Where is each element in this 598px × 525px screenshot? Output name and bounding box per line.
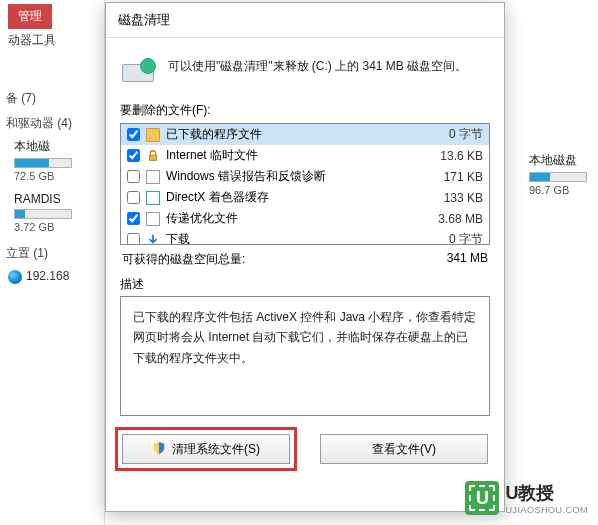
drive-tools-label: 动器工具 — [0, 29, 104, 52]
drive-usage-bar — [529, 172, 587, 182]
disk-cleanup-dialog: 磁盘清理 可以使用"磁盘清理"来释放 (C:) 上的 341 MB 磁盘空间。 … — [105, 2, 505, 512]
globe-icon — [8, 270, 22, 284]
disk-cleanup-icon — [122, 54, 158, 82]
drive-size: 3.72 GB — [14, 221, 104, 233]
drive-usage-bar — [14, 158, 72, 168]
file-size: 171 KB — [411, 170, 483, 184]
drives-section[interactable]: 和驱动器 (4) — [0, 111, 104, 136]
description-label: 描述 — [120, 276, 490, 293]
file-row[interactable]: 传递优化文件 3.68 MB — [121, 208, 489, 229]
file-row[interactable]: Windows 错误报告和反馈诊断 171 KB — [121, 166, 489, 187]
file-checkbox[interactable] — [127, 233, 140, 245]
lock-icon — [146, 149, 160, 163]
clean-button-label: 清理系统文件(S) — [172, 441, 260, 458]
file-row[interactable]: 下载 0 字节 — [121, 229, 489, 245]
watermark-url: UJIAOSHOU.COM — [505, 505, 588, 515]
file-name: 已下载的程序文件 — [166, 126, 411, 143]
drive-item[interactable]: RAMDIS 3.72 GB — [0, 190, 104, 241]
file-row[interactable]: Internet 临时文件 13.6 KB — [121, 145, 489, 166]
total-space-label: 可获得的磁盘空间总量: — [122, 251, 245, 268]
total-space-value: 341 MB — [447, 251, 488, 268]
file-checkbox[interactable] — [127, 191, 140, 204]
watermark-badge-icon: U — [465, 481, 499, 515]
location-section[interactable]: 立置 (1) — [0, 241, 104, 266]
files-listbox[interactable]: 已下载的程序文件 0 字节 Internet 临时文件 13.6 KB Wind… — [120, 123, 490, 245]
drive-item[interactable]: 本地磁盘 96.7 GB — [515, 150, 595, 204]
explorer-sidebar: 管理 动器工具 备 (7) 和驱动器 (4) 本地磁 72.5 GB RAMDI… — [0, 0, 105, 525]
download-icon — [146, 233, 160, 246]
page-icon — [146, 170, 160, 184]
svg-rect-0 — [150, 155, 157, 160]
file-checkbox[interactable] — [127, 149, 140, 162]
drive-size: 72.5 GB — [14, 170, 104, 182]
description-text: 已下载的程序文件包括 ActiveX 控件和 Java 小程序，你查看特定网页时… — [120, 296, 490, 416]
directx-icon — [146, 191, 160, 205]
drive-size: 96.7 GB — [529, 184, 595, 196]
view-files-button[interactable]: 查看文件(V) — [320, 434, 488, 464]
file-size: 3.68 MB — [411, 212, 483, 226]
files-to-delete-label: 要删除的文件(F): — [120, 102, 490, 119]
file-checkbox[interactable] — [127, 128, 140, 141]
dialog-intro: 可以使用"磁盘清理"来释放 (C:) 上的 341 MB 磁盘空间。 — [168, 54, 467, 75]
drive-label: 本地磁 — [14, 138, 104, 155]
file-name: Windows 错误报告和反馈诊断 — [166, 168, 411, 185]
file-name: 下载 — [166, 231, 411, 245]
file-name: 传递优化文件 — [166, 210, 411, 227]
drive-item[interactable]: 本地磁 72.5 GB — [0, 136, 104, 190]
optimization-icon — [146, 212, 160, 226]
folder-icon — [146, 128, 160, 142]
view-button-label: 查看文件(V) — [372, 441, 436, 458]
drive-usage-bar — [14, 209, 72, 219]
file-size: 133 KB — [411, 191, 483, 205]
drive-label: RAMDIS — [14, 192, 104, 206]
file-name: Internet 临时文件 — [166, 147, 411, 164]
file-size: 13.6 KB — [411, 149, 483, 163]
file-size: 0 字节 — [411, 231, 483, 245]
file-row[interactable]: 已下载的程序文件 0 字节 — [121, 124, 489, 145]
shield-icon — [152, 441, 166, 458]
network-label: 192.168 — [26, 269, 69, 283]
drive-label: 本地磁盘 — [529, 152, 595, 169]
file-checkbox[interactable] — [127, 170, 140, 183]
file-name: DirectX 着色器缓存 — [166, 189, 411, 206]
network-location[interactable]: 192.168 — [0, 266, 104, 287]
watermark: U U教授 UJIAOSHOU.COM — [465, 481, 588, 515]
watermark-title: U教授 — [505, 483, 554, 503]
file-size: 0 字节 — [411, 126, 483, 143]
file-checkbox[interactable] — [127, 212, 140, 225]
devices-section[interactable]: 备 (7) — [0, 86, 104, 111]
file-row[interactable]: DirectX 着色器缓存 133 KB — [121, 187, 489, 208]
manage-tab[interactable]: 管理 — [8, 4, 52, 29]
clean-system-files-button[interactable]: 清理系统文件(S) — [122, 434, 290, 464]
dialog-title: 磁盘清理 — [106, 3, 504, 38]
